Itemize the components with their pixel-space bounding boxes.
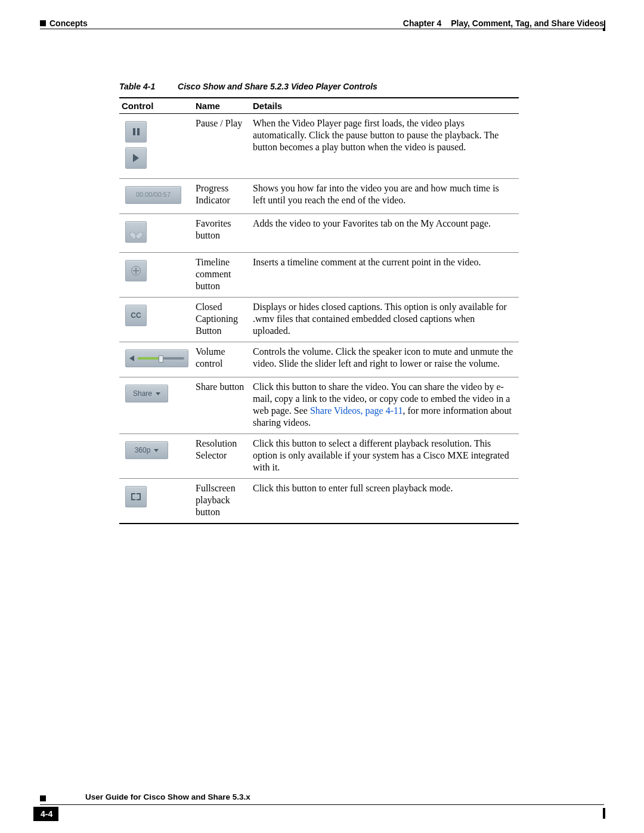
- col-details: Details: [250, 98, 519, 114]
- table-caption: Table 4-1 Cisco Show and Share 5.2.3 Vid…: [119, 82, 377, 91]
- col-name: Name: [193, 98, 250, 114]
- control-details: Adds the video to your Favorites tab on …: [250, 214, 519, 253]
- control-name: Pause / Play: [193, 114, 250, 179]
- plus-circle-icon: [125, 260, 147, 281]
- table-row: Fullscreen playback button Click this bu…: [119, 479, 519, 524]
- table-row: Volume control Controls the volume. Clic…: [119, 342, 519, 377]
- control-cell: [119, 253, 193, 298]
- volume-icon: [125, 349, 188, 367]
- footer-guide-title: User Guide for Cisco Show and Share 5.3.…: [85, 792, 250, 801]
- header-chapter-number: Chapter 4: [403, 18, 442, 28]
- table-row: Favorites button Adds the video to your …: [119, 214, 519, 253]
- header-chapter: Chapter 4 Play, Comment, Tag, and Share …: [403, 18, 604, 28]
- control-name: Fullscreen playback button: [193, 479, 250, 524]
- heart-icon: [125, 221, 147, 243]
- control-cell: [119, 214, 193, 253]
- play-icon: [125, 147, 147, 169]
- control-name: Share button: [193, 377, 250, 434]
- table-number: Table 4-1: [119, 82, 155, 91]
- pause-icon: [125, 121, 147, 143]
- chevron-down-icon: [154, 449, 159, 452]
- control-details: Displays or hides closed captions. This …: [250, 298, 519, 342]
- share-icon: Share: [125, 385, 168, 402]
- progress-indicator-icon: 00:00/00:57: [125, 186, 181, 204]
- control-name: Timeline comment button: [193, 253, 250, 298]
- closed-caption-icon: CC: [125, 305, 147, 326]
- chevron-down-icon: [156, 392, 160, 395]
- table-row: Timeline comment button Inserts a timeli…: [119, 253, 519, 298]
- page-number: 4-4: [33, 807, 58, 821]
- control-cell: [119, 342, 193, 377]
- header-chapter-title: Play, Comment, Tag, and Share Videos: [451, 18, 604, 28]
- control-cell: 00:00/00:57: [119, 179, 193, 214]
- header-section: Concepts: [40, 18, 88, 28]
- control-cell: [119, 114, 193, 179]
- speaker-icon: [129, 355, 134, 361]
- table-row: Pause / Play When the Video Player page …: [119, 114, 519, 179]
- control-details: Inserts a timeline comment at the curren…: [250, 253, 519, 298]
- fullscreen-icon: [125, 486, 147, 507]
- footer-rule: [40, 804, 604, 805]
- control-details: Click this button to enter full screen p…: [250, 479, 519, 524]
- resolution-icon: 360p: [125, 441, 168, 459]
- footer-ornament-square: [40, 795, 46, 801]
- resolution-label: 360p: [135, 446, 151, 455]
- control-cell: 360p: [119, 434, 193, 479]
- footer-ornament-right: [603, 808, 605, 819]
- control-name: Progress Indicator: [193, 179, 250, 214]
- header-ornament-square: [40, 20, 46, 26]
- page: Concepts Chapter 4 Play, Comment, Tag, a…: [0, 0, 644, 833]
- table-header-row: Control Name Details: [119, 98, 519, 114]
- control-details: Click this button to select a different …: [250, 434, 519, 479]
- header-section-text: Concepts: [49, 18, 88, 28]
- control-cell: [119, 479, 193, 524]
- table-row: 00:00/00:57 Progress Indicator Shows you…: [119, 179, 519, 214]
- table-row: 360p Resolution Selector Click this butt…: [119, 434, 519, 479]
- control-details: Controls the volume. Click the speaker i…: [250, 342, 519, 377]
- control-details: Click this button to share the video. Yo…: [250, 377, 519, 434]
- header-rule: Concepts Chapter 4 Play, Comment, Tag, a…: [40, 29, 604, 29]
- control-name: Closed Captioning Button: [193, 298, 250, 342]
- share-videos-link[interactable]: Share Videos, page 4-11: [310, 405, 402, 416]
- table-row: Share Share button Click this button to …: [119, 377, 519, 434]
- control-cell: CC: [119, 298, 193, 342]
- control-details: Shows you how far into the video you are…: [250, 179, 519, 214]
- table-title: Cisco Show and Share 5.2.3 Video Player …: [178, 82, 377, 91]
- control-details: When the Video Player page first loads, …: [250, 114, 519, 179]
- share-label: Share: [133, 389, 152, 398]
- control-name: Favorites button: [193, 214, 250, 253]
- volume-track: [138, 357, 184, 360]
- control-cell: Share: [119, 377, 193, 434]
- control-name: Resolution Selector: [193, 434, 250, 479]
- col-control: Control: [119, 98, 193, 114]
- control-name: Volume control: [193, 342, 250, 377]
- table-row: CC Closed Captioning Button Displays or …: [119, 298, 519, 342]
- controls-table: Control Name Details Pause / Play When t…: [119, 97, 519, 524]
